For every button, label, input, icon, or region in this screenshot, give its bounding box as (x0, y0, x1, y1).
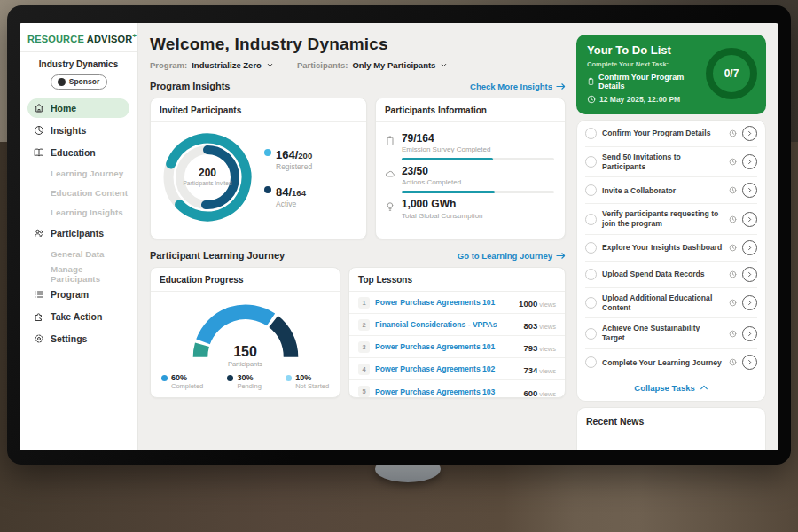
main-content: Welcome, Industry Dynamics Program: Indu… (138, 23, 576, 450)
task-row-achieve-target[interactable]: Achieve One Sustainability Target (585, 318, 757, 348)
rank-badge: 2 (358, 319, 370, 331)
task-row-upload-educational-content[interactable]: Upload Additional Educational Content (585, 288, 757, 318)
top-lessons-card: Top Lessons 1 Power Purchase Agreements … (348, 267, 566, 398)
gauge-center-value: 150 (189, 344, 302, 360)
stat-emission-survey: 79/164 Emission Survey Completed (385, 133, 554, 160)
task-open-button[interactable] (742, 154, 757, 169)
task-checkbox[interactable] (585, 156, 597, 168)
people-icon (34, 228, 44, 239)
task-row-explore-insights[interactable]: Explore Your Insights Dashboard (585, 235, 757, 262)
not-started-dot-icon (286, 375, 292, 381)
sidebar-item-education[interactable]: Education (27, 143, 129, 162)
lesson-link[interactable]: Power Purchase Agreements 101 (375, 298, 513, 307)
todo-next-task[interactable]: Confirm Your Program Details (587, 73, 700, 90)
participants-information-card: Participants Information 79/164 Emission… (375, 98, 566, 239)
task-row-invite-collaborator[interactable]: Invite a Collaborator (585, 177, 757, 204)
task-checkbox[interactable] (585, 328, 597, 340)
task-checkbox[interactable] (585, 269, 597, 280)
gauge-legend: 60% Completed 30% Pending 10% Not Starte… (151, 366, 340, 390)
task-open-button[interactable] (742, 267, 757, 282)
chevron-right-icon (747, 271, 753, 278)
clock-icon (729, 158, 737, 166)
task-row-complete-learning-journey[interactable]: Complete Your Learning Journey (585, 349, 757, 376)
program-insights-row: Program Insights Check More Insights (150, 81, 566, 91)
chevron-down-icon (440, 61, 448, 69)
sidebar-item-learning-insights[interactable]: Learning Insights (27, 204, 129, 222)
task-open-button[interactable] (742, 326, 757, 341)
participants-dropdown[interactable]: Participants: Only My Participants (297, 60, 449, 70)
sidebar-item-participants[interactable]: Participants (27, 223, 129, 243)
sidebar-item-insights[interactable]: Insights (27, 121, 129, 140)
task-open-button[interactable] (742, 355, 757, 370)
task-open-button[interactable] (742, 126, 757, 141)
home-icon (34, 103, 44, 113)
app-logo: RESOURCE ADVISOR+ (27, 32, 129, 44)
pie-chart-icon (34, 125, 44, 136)
legend-not-started: 10% Not Started (286, 373, 329, 390)
chevron-up-icon (700, 384, 708, 391)
gauge-center-label: Participants (189, 360, 302, 368)
card-title: Invited Participants (151, 98, 366, 122)
dashboard-screen: RESOURCE ADVISOR+ Industry Dynamics Spon… (20, 23, 778, 450)
clock-icon (729, 299, 737, 307)
rank-badge: 5 (358, 386, 370, 397)
task-open-button[interactable] (742, 183, 757, 198)
task-row-confirm-program[interactable]: Confirm Your Program Details (585, 121, 757, 147)
task-checkbox[interactable] (585, 356, 597, 368)
education-progress-card: Education Progress 150 Participants (150, 267, 340, 398)
lesson-row: 3 Power Purchase Agreements 101 793views (349, 336, 565, 358)
lesson-link[interactable]: Power Purchase Agreements 102 (375, 364, 518, 373)
lesson-link[interactable]: Power Purchase Agreements 103 (375, 387, 518, 396)
sidebar-item-take-action[interactable]: Take Action (27, 307, 129, 326)
divider (20, 51, 137, 52)
sidebar-item-learning-journey[interactable]: Learning Journey (27, 165, 129, 183)
task-row-verify-participants[interactable]: Verify participants requesting to join t… (585, 204, 757, 234)
task-open-button[interactable] (742, 240, 757, 255)
sponsor-badge[interactable]: Sponsor (51, 74, 107, 90)
task-row-send-invitations[interactable]: Send 50 Invitations to Participants (585, 147, 757, 177)
go-to-learning-journey-link[interactable]: Go to Learning Journey (458, 251, 566, 261)
recent-news-card: Recent News (576, 407, 766, 450)
active-dot-icon (264, 186, 271, 193)
task-row-upload-spend-data[interactable]: Upload Spend Data Records (585, 262, 757, 288)
rank-badge: 4 (358, 364, 370, 375)
chevron-right-icon (747, 331, 753, 337)
task-checkbox[interactable] (585, 214, 597, 225)
learning-journey-row: Participant Learning Journey Go to Learn… (150, 250, 566, 261)
sidebar-item-general-data[interactable]: General Data (27, 246, 129, 263)
clock-icon (729, 330, 737, 338)
card-title: Top Lessons (349, 268, 565, 292)
task-checkbox[interactable] (585, 242, 597, 254)
task-open-button[interactable] (742, 295, 757, 310)
chevron-right-icon (747, 300, 753, 306)
check-more-insights-link[interactable]: Check More Insights (470, 82, 566, 91)
sidebar-item-program[interactable]: Program (27, 285, 129, 304)
todo-title: Your To Do List (587, 43, 700, 57)
todo-hero-card: Your To Do List Complete Your Next Task:… (576, 35, 766, 114)
task-checkbox[interactable] (585, 184, 597, 196)
collapse-tasks-link[interactable]: Collapse Tasks (585, 376, 757, 401)
program-dropdown[interactable]: Program: Industrialize Zero (150, 60, 274, 70)
arrow-right-icon (556, 82, 566, 90)
clock-icon (729, 215, 737, 223)
sidebar-item-manage-participants[interactable]: Manage Participants (27, 265, 129, 283)
chevron-right-icon (747, 245, 753, 251)
lesson-link[interactable]: Financial Considerations - VPPAs (375, 320, 518, 329)
section-title: Participant Learning Journey (150, 250, 285, 261)
sidebar-item-education-content[interactable]: Education Content (27, 184, 129, 202)
sidebar-item-settings[interactable]: Settings (27, 329, 129, 348)
sponsor-icon (58, 78, 66, 86)
task-checkbox[interactable] (585, 297, 597, 309)
stat-actions: 23/50 Actions Completed (385, 166, 554, 193)
donut-center-value: 200 (199, 167, 216, 179)
chevron-right-icon (747, 187, 753, 193)
todo-progress-ring: 0/7 (706, 48, 757, 99)
task-checkbox[interactable] (585, 128, 597, 139)
bulb-icon (385, 201, 395, 212)
lesson-link[interactable]: Power Purchase Agreements 101 (375, 342, 518, 351)
task-open-button[interactable] (742, 212, 757, 227)
clock-icon (587, 95, 596, 104)
lesson-row: 1 Power Purchase Agreements 101 1000view… (349, 292, 565, 314)
invited-participants-card: Invited Participants 200 Participants In… (150, 98, 367, 239)
sidebar-item-home[interactable]: Home (27, 98, 129, 118)
